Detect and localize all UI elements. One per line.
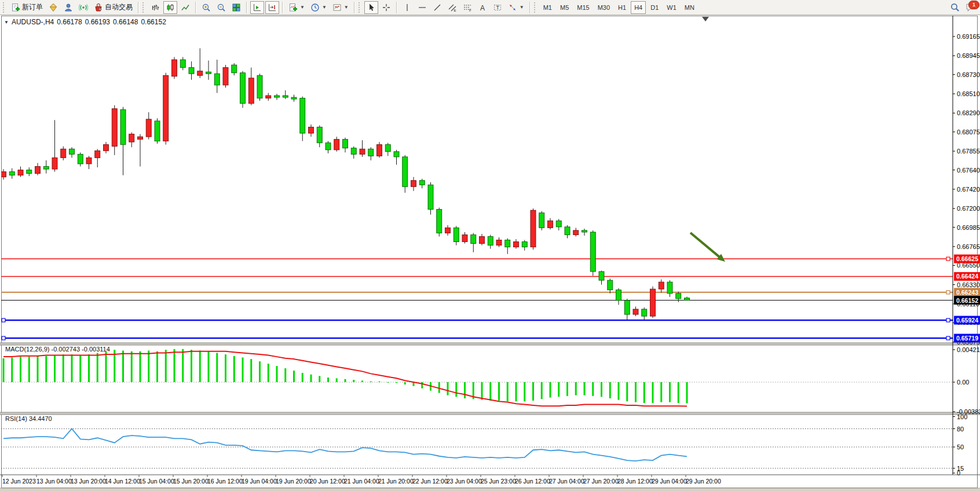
bar-chart-button[interactable] — [148, 1, 162, 14]
indicators-button[interactable]: ▼ — [286, 1, 307, 14]
svg-text:20 Jun 12:00: 20 Jun 12:00 — [310, 478, 345, 485]
zoom-in-button[interactable] — [199, 1, 213, 14]
timeframe-M15[interactable]: M15 — [573, 1, 593, 14]
text-button[interactable]: A — [476, 1, 489, 14]
svg-text:0.68510: 0.68510 — [957, 90, 980, 97]
toolbar-separator — [246, 2, 247, 13]
timeframe-H1[interactable]: H1 — [615, 1, 630, 14]
candle — [685, 298, 690, 301]
line-chart-button[interactable] — [178, 1, 192, 14]
toolbar-grip — [3, 2, 6, 13]
candle — [667, 282, 672, 294]
timeframe-M1[interactable]: M1 — [540, 1, 555, 14]
svg-text:14 Jun 12:00: 14 Jun 12:00 — [105, 478, 140, 485]
candle — [514, 242, 519, 247]
timeframe-D1[interactable]: D1 — [647, 1, 662, 14]
candle — [232, 65, 237, 73]
candle — [223, 68, 228, 85]
candle — [539, 213, 544, 228]
panel-separator[interactable] — [0, 343, 980, 345]
profile-button[interactable] — [61, 1, 75, 14]
svg-text:21 Jun 20:00: 21 Jun 20:00 — [378, 478, 414, 485]
dropdown-arrow-icon: ▼ — [322, 5, 327, 10]
candlestick-chart-button[interactable] — [163, 1, 177, 14]
svg-text:0.65719: 0.65719 — [956, 335, 978, 342]
timeframe-H4[interactable]: H4 — [631, 1, 646, 14]
chart-title-dropdown-icon[interactable]: ▼ — [4, 20, 9, 25]
timeframe-M5[interactable]: M5 — [557, 1, 572, 14]
svg-text:0.66152: 0.66152 — [956, 297, 978, 304]
candle — [155, 121, 160, 141]
candle — [309, 127, 314, 133]
tile-windows-button[interactable] — [229, 1, 243, 14]
cursor-button[interactable] — [364, 1, 378, 14]
arrows-icon — [508, 3, 517, 12]
market-watch-button[interactable] — [46, 1, 60, 14]
svg-text:0: 0 — [957, 470, 960, 477]
search-button[interactable] — [948, 1, 962, 14]
candle — [377, 145, 382, 156]
svg-text:0.67200: 0.67200 — [957, 205, 980, 212]
candle — [403, 157, 408, 186]
candle — [240, 73, 246, 104]
candle — [300, 98, 305, 133]
line-handle[interactable] — [946, 257, 950, 261]
horizontal-line-button[interactable] — [415, 1, 429, 14]
timeframe-W1[interactable]: W1 — [663, 1, 680, 14]
trendline-button[interactable] — [430, 1, 444, 14]
candle — [138, 137, 143, 140]
candle — [462, 234, 467, 241]
dropdown-arrow-icon: ▼ — [520, 5, 524, 10]
timeframe-MN[interactable]: MN — [681, 1, 698, 14]
candle — [291, 97, 297, 99]
vertical-line-button[interactable] — [400, 1, 414, 14]
toolbar-separator — [354, 2, 355, 13]
candle — [522, 242, 527, 247]
candle — [394, 152, 399, 157]
svg-text:A: A — [480, 3, 485, 12]
candle — [78, 154, 83, 164]
equidistant-channel-button[interactable]: E — [445, 1, 459, 14]
line-handle[interactable] — [946, 336, 950, 340]
panel-separator[interactable] — [0, 412, 980, 415]
auto-trading-button[interactable]: 自动交易 — [92, 1, 135, 14]
candle — [95, 151, 100, 157]
notification-badge[interactable]: 1 — [968, 1, 979, 9]
candle — [480, 236, 485, 243]
svg-text:E: E — [454, 8, 456, 12]
crosshair-button[interactable] — [379, 1, 393, 14]
svg-text:F: F — [469, 9, 471, 12]
toolbar: 新订单 自动交易 ▼ — [0, 0, 980, 15]
signals-icon — [79, 3, 88, 12]
line-handle[interactable] — [2, 318, 5, 322]
market-watch-icon — [49, 3, 58, 12]
candle — [616, 290, 621, 301]
new-order-button[interactable]: 新订单 — [9, 1, 45, 14]
timeframe-M30[interactable]: M30 — [594, 1, 613, 14]
svg-text:19 Jun 04:00: 19 Jun 04:00 — [242, 478, 277, 485]
chart-canvas[interactable]: 0.691650.689450.687300.685100.682900.680… — [0, 15, 980, 491]
line-handle[interactable] — [2, 336, 5, 340]
text-label-button[interactable]: T — [491, 1, 504, 14]
signals-button[interactable] — [76, 1, 90, 14]
line-handle[interactable] — [946, 291, 950, 294]
templates-button[interactable]: ▼ — [330, 1, 351, 14]
price-tag-0.66152: 0.66152 — [954, 296, 980, 305]
notifications-button[interactable]: 1 — [963, 1, 978, 14]
candle — [120, 109, 126, 144]
candle — [531, 210, 536, 247]
search-icon — [950, 2, 960, 12]
svg-text:29 Jun 20:00: 29 Jun 20:00 — [686, 478, 721, 485]
periods-button[interactable]: ▼ — [308, 1, 329, 14]
line-handle[interactable] — [946, 318, 950, 322]
zoom-out-button[interactable] — [214, 1, 228, 14]
auto-scroll-button[interactable] — [250, 1, 264, 14]
fibonacci-button[interactable]: F — [460, 1, 474, 14]
arrows-button[interactable]: ▼ — [506, 1, 526, 14]
chart-shift-button[interactable] — [265, 1, 279, 14]
candle — [317, 127, 322, 142]
candle — [275, 96, 280, 97]
candle — [104, 145, 109, 151]
candle — [9, 172, 14, 175]
candle — [411, 181, 416, 187]
